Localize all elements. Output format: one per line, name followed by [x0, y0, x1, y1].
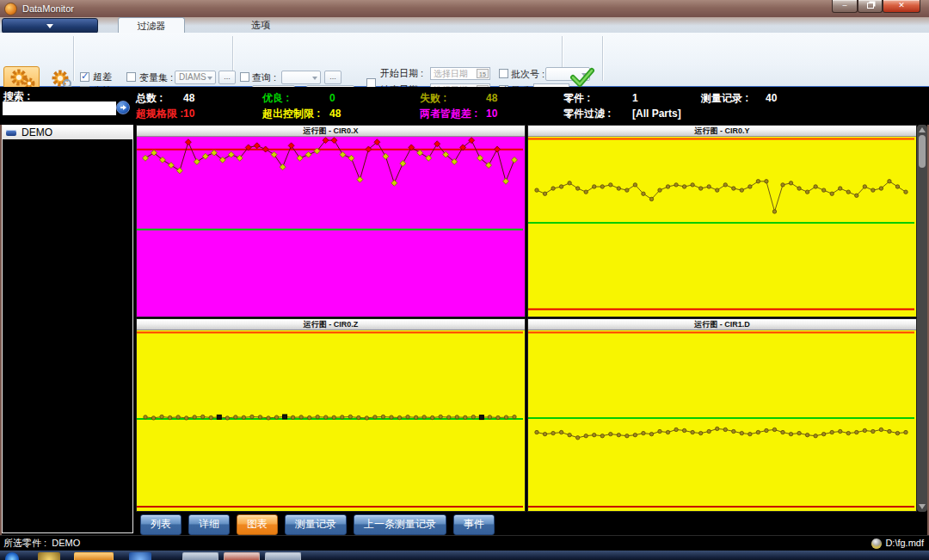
stat-value: 48	[486, 92, 497, 104]
stat-label: 零件 :	[563, 90, 632, 106]
stat-label: 失败 :	[420, 90, 486, 106]
calendar-icon[interactable]: 15	[477, 69, 489, 78]
tab-previous-measurement-record[interactable]: 上一条测量记录	[354, 514, 446, 535]
stat-label: 超出控制限 :	[262, 106, 329, 121]
stat-col-total: 总数 :48 超规格限 :10	[136, 90, 194, 121]
chart-canvas	[528, 330, 914, 509]
application-menu-button[interactable]	[2, 18, 98, 34]
stat-label: 测量记录 :	[701, 90, 766, 106]
search-input[interactable]	[3, 102, 116, 115]
taskbar-icon-1[interactable]	[38, 552, 60, 560]
chart-canvas	[528, 137, 914, 315]
database-path: D:\fg.mdf	[885, 536, 924, 551]
chevron-down-icon	[207, 77, 212, 80]
varset-label: 变量集 :	[139, 71, 173, 83]
stat-value: 0	[329, 92, 335, 104]
list-item-demo[interactable]: DEMO	[3, 126, 132, 139]
stat-label: 优良 :	[262, 90, 329, 106]
batch-label: 批次号 :	[511, 68, 544, 80]
chart-title: 运行图 - CIR0.X	[137, 126, 525, 137]
selected-part-value: DEMO	[52, 538, 80, 548]
start-date-placeholder: 选择日期	[434, 69, 468, 78]
varset-select[interactable]: DIAMS	[175, 71, 216, 84]
run-chart-cir0z[interactable]: 运行图 - CIR0.Z	[136, 318, 526, 512]
run-chart-cir1d[interactable]: 运行图 - CIR1.D	[527, 318, 917, 512]
varset-more-button[interactable]: ...	[218, 71, 236, 84]
query-more-button[interactable]: ...	[324, 71, 341, 84]
restore-button[interactable]	[858, 0, 883, 13]
checkbox-row-out-of-tolerance: 超差	[80, 71, 112, 83]
out-of-tolerance-label: 超差	[93, 71, 112, 82]
stat-col-part: 零件 :1 零件过滤 :[All Parts]	[563, 90, 681, 121]
search-go-button[interactable]	[116, 101, 130, 114]
view-tabs: 列表 详细 图表 测量记录 上一条测量记录 事件	[136, 514, 923, 535]
out-of-tolerance-checkbox[interactable]	[80, 72, 89, 82]
scroll-down-icon[interactable]	[919, 503, 926, 510]
windows-taskbar	[0, 551, 929, 560]
close-button[interactable]: ✕	[883, 0, 920, 13]
tab-events[interactable]: 事件	[453, 514, 495, 535]
chart-canvas	[137, 137, 523, 315]
check-icon	[569, 67, 595, 88]
tab-filter[interactable]: 过滤器	[118, 17, 185, 34]
run-chart-cir0y[interactable]: 运行图 - CIR0.Y	[527, 125, 917, 317]
taskbar-window-3[interactable]	[265, 552, 301, 560]
taskbar-app-active[interactable]	[74, 552, 114, 560]
start-date-label: 开始日期 :	[380, 67, 423, 79]
taskbar-icon-2[interactable]	[129, 552, 151, 560]
stat-value: 10	[486, 108, 497, 120]
selected-part-label: 所选零件 :	[3, 538, 46, 548]
stat-col-good: 优良 :0 超出控制限 :48	[262, 90, 341, 121]
chevron-down-icon	[312, 77, 317, 80]
ribbon-body: 全部零件 查询 零件 超差 失控 测试失败 变量集 : DIAMS ... 尺寸…	[0, 33, 929, 87]
part-label: DEMO	[22, 126, 52, 138]
stat-label: 总数 :	[136, 90, 183, 106]
app-icon	[4, 3, 17, 15]
tab-list[interactable]: 列表	[140, 514, 181, 535]
query-label: 查询 :	[252, 71, 276, 83]
stat-value: 48	[183, 92, 194, 104]
chart-title: 运行图 - CIR0.Z	[137, 319, 525, 330]
run-chart-cir0x[interactable]: 运行图 - CIR0.X	[136, 125, 526, 317]
stat-label: 超规格限 :	[136, 106, 183, 121]
tab-detail[interactable]: 详细	[188, 514, 230, 535]
vertical-scrollbar[interactable]	[917, 125, 927, 512]
window-title: DataMonitor	[22, 3, 74, 14]
chart-canvas	[137, 330, 523, 509]
tab-measurement-records[interactable]: 测量记录	[285, 514, 347, 535]
stat-value: 1	[632, 92, 638, 104]
stat-value: 10	[183, 108, 194, 120]
arrow-right-icon	[120, 106, 125, 109]
start-date-input[interactable]: 选择日期 15	[430, 67, 490, 80]
tab-options[interactable]: 选项	[234, 17, 287, 33]
database-icon	[871, 538, 882, 549]
stat-col-records: 测量记录 :40	[701, 90, 777, 106]
part-list: DEMO	[2, 125, 133, 533]
stat-label: 零件过滤 :	[563, 106, 632, 121]
tab-chart[interactable]: 图表	[237, 514, 278, 535]
batch-checkbox[interactable]	[499, 69, 508, 78]
varset-value: DIAMS	[179, 72, 206, 82]
varset-checkbox[interactable]	[126, 72, 136, 82]
chart-title: 运行图 - CIR1.D	[528, 319, 916, 330]
query-checkbox[interactable]	[240, 72, 249, 82]
stat-value: 48	[329, 108, 341, 120]
titlebar: DataMonitor – ✕	[0, 0, 929, 17]
part-icon	[6, 130, 16, 136]
start-button[interactable]	[5, 552, 19, 560]
stat-value: 40	[766, 92, 777, 104]
taskbar-window-2[interactable]	[224, 552, 260, 560]
taskbar-window-1[interactable]	[182, 552, 218, 560]
minimize-button[interactable]: –	[832, 0, 858, 13]
stat-label: 两者皆超差 :	[420, 106, 486, 121]
stats-bar: 搜索 : 总数 :48 超规格限 :10 优良 :0 超出控制限 :48 失败 …	[0, 87, 929, 125]
restore-icon	[867, 3, 874, 9]
status-bar: 所选零件 : DEMO D:\fg.mdf	[0, 535, 929, 551]
scroll-up-icon[interactable]	[919, 126, 926, 133]
group-separator	[602, 36, 603, 81]
stat-value: [All Parts]	[632, 108, 681, 120]
scroll-thumb[interactable]	[919, 135, 926, 168]
chart-title: 运行图 - CIR0.Y	[528, 126, 916, 137]
query-select[interactable]	[281, 71, 321, 84]
stat-col-failed: 失败 :48 两者皆超差 :10	[420, 90, 497, 121]
